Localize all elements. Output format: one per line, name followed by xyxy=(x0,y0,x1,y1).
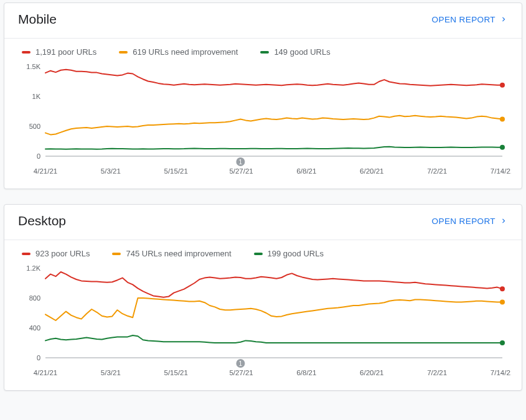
mobile-card: Mobile OPEN REPORT 1,191 poor URLs 619 U… xyxy=(4,2,522,189)
open-report-desktop[interactable]: OPEN REPORT xyxy=(432,217,508,226)
svg-text:6/20/21: 6/20/21 xyxy=(360,369,383,376)
svg-text:800: 800 xyxy=(29,294,40,302)
svg-point-7 xyxy=(500,83,505,88)
legend-label-need: 619 URLs need improvement xyxy=(133,47,238,57)
legend-good: 199 good URLs xyxy=(254,249,324,258)
svg-text:1.2K: 1.2K xyxy=(26,264,40,272)
svg-text:0: 0 xyxy=(37,354,40,362)
legend-label-good: 149 good URLs xyxy=(274,47,330,57)
svg-text:5/15/21: 5/15/21 xyxy=(164,369,188,376)
svg-text:7/2/21: 7/2/21 xyxy=(427,167,447,175)
mobile-card-header: Mobile OPEN REPORT xyxy=(4,3,522,33)
svg-text:6/20/21: 6/20/21 xyxy=(360,167,383,175)
legend-swatch-good xyxy=(254,253,263,255)
legend-label-poor: 1,191 poor URLs xyxy=(35,47,96,57)
svg-text:6/8/21: 6/8/21 xyxy=(296,369,316,376)
open-report-label: OPEN REPORT xyxy=(432,15,495,24)
svg-text:500: 500 xyxy=(29,123,40,130)
legend-swatch-need xyxy=(119,51,128,54)
legend-swatch-poor xyxy=(22,51,31,54)
legend-swatch-poor xyxy=(22,253,31,255)
svg-text:5/27/21: 5/27/21 xyxy=(229,369,253,376)
chevron-right-icon xyxy=(499,217,508,225)
legend-label-need: 745 URLs need improvement xyxy=(126,249,231,258)
svg-text:1.5K: 1.5K xyxy=(26,63,40,70)
open-report-mobile[interactable]: OPEN REPORT xyxy=(432,15,508,24)
svg-text:4/21/21: 4/21/21 xyxy=(34,369,57,376)
svg-text:7/2/21: 7/2/21 xyxy=(427,369,447,376)
desktop-title: Desktop xyxy=(18,213,66,228)
desktop-card: Desktop OPEN REPORT 923 poor URLs 745 UR… xyxy=(4,204,522,391)
svg-point-9 xyxy=(500,145,505,150)
legend-need: 745 URLs need improvement xyxy=(112,249,231,258)
svg-text:4/21/21: 4/21/21 xyxy=(34,167,57,175)
mobile-chart-wrap: 05001K1.5K14/21/215/3/215/15/215/27/216/… xyxy=(4,59,522,189)
svg-text:0: 0 xyxy=(37,152,40,160)
svg-text:5/15/21: 5/15/21 xyxy=(164,167,188,175)
svg-text:5/3/21: 5/3/21 xyxy=(101,369,121,376)
mobile-title: Mobile xyxy=(18,12,57,27)
legend-need: 619 URLs need improvement xyxy=(119,47,238,57)
legend-swatch-need xyxy=(112,253,121,255)
legend-poor: 1,191 poor URLs xyxy=(22,47,96,57)
legend-label-poor: 923 poor URLs xyxy=(35,249,90,258)
svg-text:5/3/21: 5/3/21 xyxy=(101,167,121,175)
svg-text:1K: 1K xyxy=(32,93,41,100)
svg-text:6/8/21: 6/8/21 xyxy=(296,167,316,175)
legend-swatch-good xyxy=(260,51,269,54)
legend-label-good: 199 good URLs xyxy=(268,249,324,258)
svg-text:400: 400 xyxy=(29,324,40,332)
svg-text:1: 1 xyxy=(239,159,243,166)
mobile-legend: 1,191 poor URLs 619 URLs need improvemen… xyxy=(4,39,522,59)
legend-poor: 923 poor URLs xyxy=(22,249,90,258)
chevron-right-icon xyxy=(499,15,508,24)
svg-text:7/14/21: 7/14/21 xyxy=(491,369,511,376)
legend-good: 149 good URLs xyxy=(260,47,330,57)
svg-point-26 xyxy=(500,300,505,305)
mobile-chart: 05001K1.5K14/21/215/3/215/15/215/27/216/… xyxy=(19,62,511,180)
svg-text:7/14/21: 7/14/21 xyxy=(491,167,511,175)
desktop-legend: 923 poor URLs 745 URLs need improvement … xyxy=(4,240,522,261)
svg-point-8 xyxy=(500,117,505,122)
desktop-chart-wrap: 04008001.2K14/21/215/3/215/15/215/27/216… xyxy=(4,261,522,390)
svg-text:5/27/21: 5/27/21 xyxy=(229,167,253,175)
open-report-label: OPEN REPORT xyxy=(432,217,495,226)
svg-text:1: 1 xyxy=(239,360,243,367)
svg-point-27 xyxy=(500,340,505,345)
desktop-card-header: Desktop OPEN REPORT xyxy=(4,205,522,235)
svg-point-25 xyxy=(500,286,505,291)
desktop-chart: 04008001.2K14/21/215/3/215/15/215/27/216… xyxy=(19,263,511,381)
